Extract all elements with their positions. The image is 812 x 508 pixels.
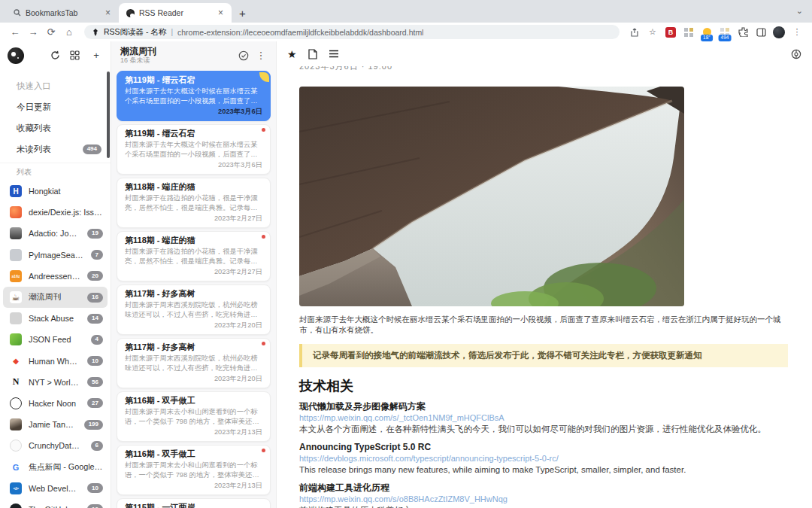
view-grid-button[interactable] (70, 50, 83, 60)
sidebar-feed-adactio[interactable]: Adactio: Journal19 (0, 223, 111, 244)
sidebar-feed-json-feed[interactable]: JSON Feed4 (0, 329, 111, 350)
article-card[interactable]: 第117期 - 好多高树 封面来源于周末西溪别院吃饭，杭州必吃榜味道还可以，不过… (117, 284, 271, 335)
sidebar: + 快速入口 今日更新 收藏列表 未读列表494 列表 HHongkiat de… (0, 41, 111, 508)
forward-button[interactable]: → (26, 25, 41, 40)
sidebar-feed-stack-abuse[interactable]: Stack Abuse14 (0, 308, 111, 329)
section-heading: 技术相关 (299, 378, 788, 394)
feed-favicon (10, 227, 22, 239)
tech-item-link[interactable]: https://devblogs.microsoft.com/typescrip… (299, 453, 788, 464)
article-card[interactable]: 第116期 - 双手做工 封面来源于周末去小和山闲逛看到的一个标语，一个类似于 … (117, 391, 271, 442)
feed-title: 潮流周刊 (120, 46, 238, 56)
article-list-column: 潮流周刊 16 条未读 ⋮ 第119期 - 缙云石宕 封面来源于去年大概这个时候… (111, 41, 277, 508)
tab-bookmarks[interactable]: BookmarksTab × (6, 3, 119, 23)
sidebar-feed-dexie[interactable]: dexie/Dexie.js: Issue #1... (0, 202, 111, 223)
tab-title: RSS Reader (139, 8, 211, 17)
browser-menu-button[interactable]: ⋮ (789, 25, 804, 40)
unread-count-text: 16 条未读 (120, 56, 238, 65)
weather-badge: 18° (701, 35, 713, 41)
sidebar-feed-nyt[interactable]: NNYT > World News56 (0, 372, 111, 393)
close-icon[interactable]: × (103, 8, 113, 18)
puzzle-icon (738, 27, 748, 37)
list-menu-button[interactable]: ⋮ (253, 50, 268, 61)
refresh-button[interactable] (50, 50, 64, 60)
tab-rss-reader[interactable]: RSS Reader × (119, 3, 232, 23)
grid-icon (70, 50, 80, 60)
sidebar-feed-hacker-noon[interactable]: Hacker Noon27 (0, 393, 111, 414)
sidebar-feed-pyimagesearch[interactable]: PyImageSearch7 (0, 245, 111, 266)
feed-favicon: G (10, 461, 22, 473)
extension-grid-icon[interactable] (681, 25, 696, 40)
tech-item-title: 前端构建工具进化历程 (299, 482, 788, 494)
feed-favicon: H (10, 185, 22, 197)
side-panel-button[interactable] (753, 25, 768, 40)
extensions-puzzle-button[interactable] (735, 25, 750, 40)
reload-button[interactable]: ⟳ (44, 25, 59, 40)
extension-rss-counter-icon[interactable]: 494 (717, 25, 732, 40)
article-card-selected[interactable]: 第119期 - 缙云石宕 封面来源于去年大概这个时候在丽水缙云某个采石场里面拍的… (117, 71, 271, 121)
sidebar-feed-human-who-codes[interactable]: ◆Human Who Codes10 (0, 351, 111, 372)
feed-unread-badge: 7 (91, 250, 103, 260)
grid-icon (684, 28, 693, 37)
feed-unread-badge: 6 (91, 441, 103, 451)
tech-item-link[interactable]: https://mp.weixin.qq.com/s/o8B8HAczZtIZM… (299, 494, 788, 505)
feed-unread-badge: 199 (84, 420, 103, 430)
feed-unread-badge: 10 (87, 483, 103, 493)
feed-unread-badge: 19 (87, 229, 103, 239)
reader-settings-button[interactable] (791, 49, 801, 59)
tech-item: Announcing TypeScript 5.0 RC https://dev… (299, 442, 788, 476)
sidebar-nav: 快速入口 今日更新 收藏列表 未读列表494 (0, 69, 111, 160)
view-original-button[interactable] (308, 49, 317, 59)
sidebar-scrollbar[interactable] (107, 71, 110, 158)
extension-password-icon[interactable]: B (663, 25, 678, 40)
sidebar-feed-crunchydata[interactable]: CrunchyData Blog6 (0, 435, 111, 456)
bookmark-star-button[interactable]: ☆ (645, 25, 660, 40)
extension-weather-icon[interactable]: 18° (699, 25, 714, 40)
sidebar-feed-weekly-selected[interactable]: ☕潮流周刊16 (3, 287, 108, 308)
share-button[interactable] (627, 25, 642, 40)
article-card[interactable]: 第118期 - 端庄的猫 封面来源于在路边拍的小花猫，很是干净漂亮，居然不怕生，… (117, 231, 271, 281)
article-card[interactable]: 第115期 - 一江两岸 封面来源于年后在老家江边散步所拍，一江清水，两岸繁华，… (117, 498, 271, 508)
tech-item-desc: 前端构建工具的历史科普好文。 (299, 505, 788, 508)
profile-avatar[interactable] (771, 25, 786, 40)
quarry-canyon-image (299, 87, 684, 306)
sidebar-item-favorites[interactable]: 收藏列表 (0, 117, 111, 138)
rss-reader-favicon (126, 9, 135, 17)
address-bar[interactable]: RSS阅读器 - 名称 | chrome-extension://leceoeo… (84, 25, 620, 39)
article-card[interactable]: 第116期 - 双手做工 封面来源于周末去小和山闲逛看到的一个标语，一个类似于 … (117, 445, 271, 495)
sidebar-feed-a16z[interactable]: a16zAndreessen Horo...20 (0, 266, 111, 287)
page-title: RSS阅读器 - 名称 (104, 27, 166, 38)
sidebar-feed-web-development[interactable]: </>Web Development...10 (0, 478, 111, 499)
article-meta-clipped: 2023年3月6日 · 19:00 (299, 66, 788, 71)
sidebar-feed-hongkiat[interactable]: HHongkiat (0, 181, 111, 202)
chevron-down-icon[interactable]: ⌄ (796, 6, 803, 16)
add-feed-button[interactable]: + (89, 50, 103, 61)
favorite-star-button[interactable]: ★ (287, 48, 297, 60)
image-caption: 封面来源于去年大概这个时候在丽水缙云某个采石场里面拍的一小段视频，后面查了查原来… (299, 314, 788, 335)
browser-tab-strip: BookmarksTab × RSS Reader × + ⌄ (0, 0, 812, 23)
sidebar-feed-google-news[interactable]: G焦点新闻 - Google 新闻 (0, 456, 111, 477)
home-button[interactable]: ⌂ (62, 25, 77, 40)
mark-all-read-button[interactable] (238, 50, 253, 61)
sidebar-feed-jamie-tanna[interactable]: Jamie Tanna | Sof...199 (0, 414, 111, 435)
new-tab-button[interactable]: + (239, 7, 246, 20)
reader-view-button[interactable] (329, 50, 339, 58)
settings-circle-icon (791, 49, 801, 59)
feeds-section-label: 列表 (0, 163, 111, 181)
back-button[interactable]: ← (8, 25, 23, 40)
tech-item-link[interactable]: https://mp.weixin.qq.com/s/_tctOen1NM9f_… (299, 412, 788, 424)
tech-item: 前端构建工具进化历程 https://mp.weixin.qq.com/s/o8… (299, 482, 788, 508)
tech-item: 现代懒加载及异步图像解码方案 https://mp.weixin.qq.com/… (299, 401, 788, 435)
close-icon[interactable]: × (216, 8, 226, 18)
article-card[interactable]: 第118期 - 端庄的猫 封面来源于在路边拍的小花猫，很是干净漂亮，居然不怕生，… (117, 178, 271, 228)
pin-icon (92, 29, 99, 36)
feed-favicon (10, 333, 22, 345)
sidebar-item-quick-entry[interactable]: 快速入口 (0, 75, 111, 96)
sidebar-item-today-updates[interactable]: 今日更新 (0, 96, 111, 117)
article-card[interactable]: 第119期 - 缙云石宕 封面来源于去年大概这个时候在丽水缙云某个采石场里面拍的… (117, 124, 271, 175)
feed-unread-badge: 56 (87, 377, 103, 387)
sidebar-item-unread[interactable]: 未读列表494 (0, 138, 111, 160)
unread-count-badge: 494 (719, 35, 732, 41)
feed-favicon (10, 249, 22, 261)
article-card[interactable]: 第117期 - 好多高树 封面来源于周末西溪别院吃饭，杭州必吃榜味道还可以，不过… (117, 338, 271, 388)
sidebar-feed-github-blog[interactable]: The GitHub Blog10 (0, 499, 111, 508)
